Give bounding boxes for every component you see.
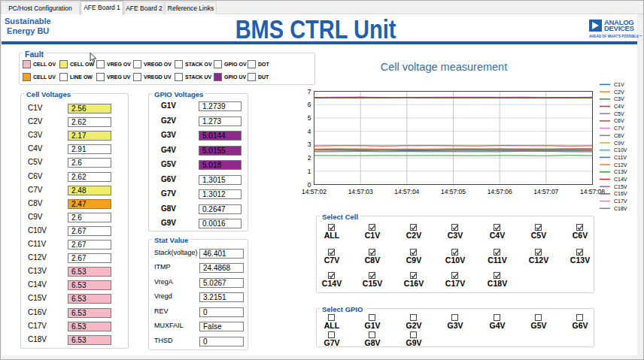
svg-text:14:57:03: 14:57:03: [348, 188, 373, 195]
svg-text:C12V: C12V: [614, 162, 627, 168]
svg-text:C14V: C14V: [614, 177, 627, 182]
svg-text:2: 2: [308, 154, 311, 162]
svg-text:C18V: C18V: [614, 206, 627, 211]
svg-text:14:57:02: 14:57:02: [302, 188, 327, 195]
svg-text:C13V: C13V: [614, 169, 627, 174]
svg-text:C17V: C17V: [614, 198, 627, 204]
svg-text:14:57:05: 14:57:05: [441, 188, 466, 195]
svg-text:C4V: C4V: [614, 104, 624, 109]
svg-text:7: 7: [308, 88, 311, 95]
svg-text:14:57:07: 14:57:07: [533, 188, 558, 195]
svg-text:3: 3: [308, 141, 311, 148]
svg-text:C9V: C9V: [614, 141, 624, 146]
svg-text:C5V: C5V: [614, 111, 624, 116]
svg-text:C1V: C1V: [614, 82, 624, 87]
svg-text:14:57:04: 14:57:04: [394, 188, 419, 195]
svg-text:C6V: C6V: [614, 118, 624, 123]
svg-text:6: 6: [308, 101, 311, 108]
svg-text:C7V: C7V: [614, 126, 624, 131]
svg-text:C15V: C15V: [614, 184, 627, 189]
svg-text:5: 5: [308, 114, 311, 122]
svg-text:14:57:06: 14:57:06: [488, 188, 512, 195]
svg-text:C8V: C8V: [614, 133, 624, 138]
svg-text:C10V: C10V: [614, 147, 627, 153]
svg-text:1: 1: [308, 168, 311, 175]
svg-text:4: 4: [308, 128, 311, 135]
svg-text:C11V: C11V: [614, 155, 627, 160]
svg-text:C3V: C3V: [614, 96, 624, 101]
svg-text:C2V: C2V: [614, 89, 624, 95]
svg-text:C16V: C16V: [614, 191, 627, 196]
